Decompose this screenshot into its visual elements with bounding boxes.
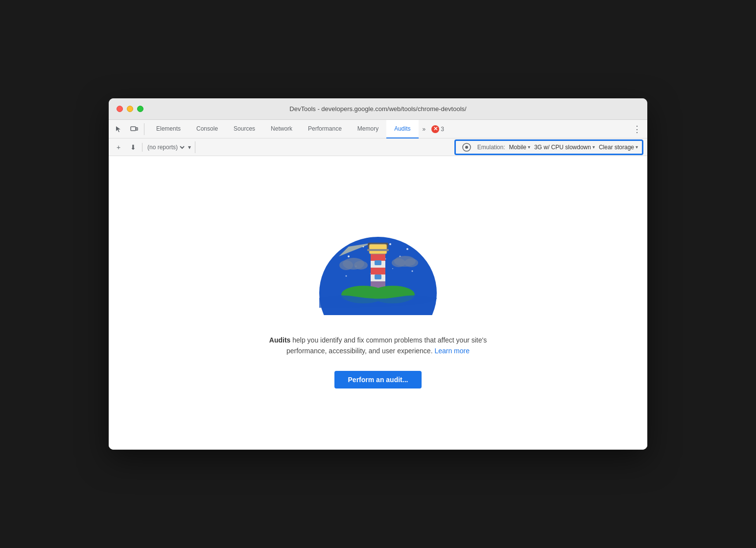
maximize-button[interactable] [137, 106, 143, 112]
toolbar-left: + ⬇ (no reports) ▾ [113, 141, 195, 153]
emulation-toggle-icon[interactable] [460, 142, 473, 152]
cursor-icon[interactable] [113, 123, 124, 135]
traffic-lights [117, 106, 143, 112]
mobile-label: Mobile [509, 144, 526, 151]
svg-rect-1 [136, 128, 138, 130]
mobile-dropdown-arrow: ▾ [528, 144, 530, 150]
svg-point-17 [339, 260, 353, 270]
description-text: Audits help you identify and fix common … [265, 335, 491, 357]
perform-audit-button[interactable]: Perform an audit... [334, 371, 422, 388]
svg-point-12 [412, 270, 413, 272]
tab-network[interactable]: Network [263, 120, 300, 138]
network-dropdown-arrow: ▾ [592, 144, 595, 150]
more-options-button[interactable]: ⋮ [631, 124, 643, 135]
error-count: 3 [441, 126, 444, 133]
tab-performance[interactable]: Performance [300, 120, 350, 138]
network-throttle-label: 3G w/ CPU slowdown [534, 144, 591, 151]
reports-dropdown[interactable]: (no reports) [145, 143, 186, 151]
window-title: DevTools - developers.google.com/web/too… [289, 105, 466, 113]
svg-point-8 [389, 243, 391, 245]
download-button[interactable]: ⬇ [127, 141, 139, 153]
svg-point-11 [346, 275, 347, 276]
tab-elements[interactable]: Elements [148, 120, 189, 138]
learn-more-link[interactable]: Learn more [434, 347, 470, 355]
add-report-button[interactable]: + [113, 141, 124, 153]
separator [142, 143, 142, 152]
devtools-body: Elements Console Sources Network Perform… [109, 120, 647, 450]
error-badge: ✕ 3 [431, 125, 444, 133]
network-throttle-dropdown[interactable]: 3G w/ CPU slowdown ▾ [534, 144, 595, 151]
clear-storage-dropdown[interactable]: Clear storage ▾ [599, 144, 638, 151]
description-bold: Audits [269, 336, 291, 344]
tab-overflow[interactable]: » [419, 120, 430, 138]
lighthouse-illustration [309, 217, 447, 315]
svg-point-15 [392, 268, 393, 269]
close-button[interactable] [117, 106, 123, 112]
title-bar: DevTools - developers.google.com/web/too… [109, 98, 647, 120]
toolbar-right: Emulation: Mobile ▾ 3G w/ CPU slowdown ▾… [454, 139, 643, 155]
highlighted-toolbar-section: Emulation: Mobile ▾ 3G w/ CPU slowdown ▾… [454, 139, 643, 155]
tab-console[interactable]: Console [189, 120, 226, 138]
mobile-dropdown[interactable]: Mobile ▾ [509, 144, 530, 151]
main-content: Audits help you identify and fix common … [109, 156, 647, 450]
clear-storage-label: Clear storage [599, 144, 634, 151]
svg-rect-24 [371, 254, 385, 261]
svg-point-20 [392, 258, 405, 267]
device-toggle-icon[interactable] [128, 123, 140, 135]
clear-storage-arrow: ▾ [636, 144, 638, 150]
svg-rect-32 [367, 249, 389, 251]
svg-rect-30 [375, 260, 381, 265]
minimize-button[interactable] [127, 106, 133, 112]
svg-point-21 [404, 258, 418, 267]
svg-point-5 [348, 255, 350, 257]
tab-audits[interactable]: Audits [386, 120, 418, 138]
tab-memory[interactable]: Memory [350, 120, 386, 138]
error-icon: ✕ [431, 125, 439, 133]
reports-select[interactable]: (no reports) ▾ [145, 143, 191, 151]
svg-rect-25 [371, 268, 385, 274]
tab-icons [113, 123, 144, 135]
svg-rect-31 [375, 274, 381, 279]
svg-point-10 [406, 248, 408, 250]
svg-point-3 [465, 146, 468, 149]
tabs-bar: Elements Console Sources Network Perform… [109, 120, 647, 138]
svg-rect-0 [131, 127, 136, 131]
tab-sources[interactable]: Sources [226, 120, 263, 138]
devtools-window: DevTools - developers.google.com/web/too… [109, 98, 647, 450]
emulation-label: Emulation: [477, 144, 505, 151]
select-arrow-icon: ▾ [188, 144, 191, 151]
svg-point-18 [354, 261, 368, 270]
toolbar-bar: + ⬇ (no reports) ▾ [109, 138, 647, 156]
